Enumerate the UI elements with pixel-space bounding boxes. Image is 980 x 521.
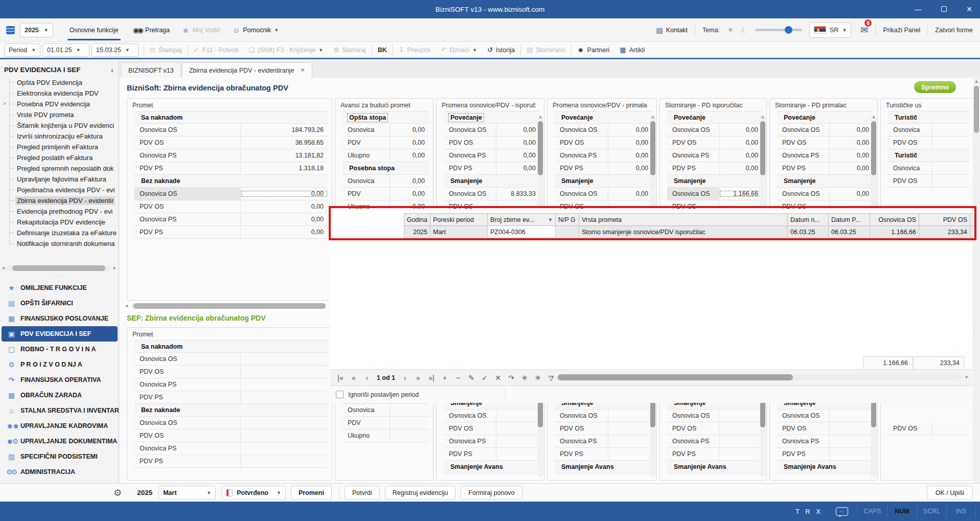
grid-cell[interactable]: 06.03.25 (829, 226, 870, 238)
navigator-delete-button[interactable]: − (452, 374, 464, 382)
grid-column-header[interactable]: Poreski period (430, 213, 488, 226)
close-tab-icon[interactable]: ✕ (300, 67, 305, 74)
potvrdi-button[interactable]: Potvrdi (345, 486, 380, 500)
navigator-last-button[interactable]: »| (426, 374, 437, 382)
sidebar-module-upravljanje-dokumentima[interactable]: ☻⚙UPRAVLJANJE DOKUMENTIMA (0, 434, 119, 449)
panel-vertical-scrollbar[interactable]: ▲ (650, 115, 656, 208)
contact-button[interactable]: ▤Kontakt (656, 26, 688, 34)
sidebar-tree-item[interactable]: Šifarnik knjiženja u PDV evidenci (2, 120, 119, 131)
scroll-up-icon[interactable]: ▲ (650, 115, 656, 119)
sidebar-tree-item[interactable]: Zbirna evidencija PDV - evidentir (2, 195, 119, 206)
toolbar-button-storniraj[interactable]: ⊠Storniraj (329, 43, 370, 57)
panel-row-value[interactable]: 0,00 (719, 152, 762, 159)
navigator-prior-page-button[interactable]: « (348, 374, 359, 382)
toolbar-button--shift-f3-knji-enje[interactable]: ❏(Shift) F3 - Knjiženje▼ (244, 43, 328, 57)
status-select[interactable]: Potvrđeno▼ (222, 486, 286, 500)
sidebar-tree-item[interactable]: Opšta PDV Evidencija (2, 77, 119, 88)
scrollbar-thumb[interactable] (558, 374, 793, 380)
panel-row-value[interactable]: 36.958,65 (241, 139, 328, 146)
navigator-edit-button[interactable]: ✎ (466, 374, 477, 382)
scrollbar-thumb[interactable] (871, 121, 876, 175)
sidebar-tree-item[interactable]: Vrste PDV prometa (2, 109, 119, 120)
scroll-right-icon[interactable]: ▸ (966, 374, 968, 379)
sidebar-tree-item[interactable]: Notifikacije storniranih dokumena (2, 238, 119, 249)
panel-row-value[interactable]: 0,00 (496, 152, 540, 159)
sidebar-module-finansijska-operativa[interactable]: ↷FINANSIJSKA OPERATIVA (0, 372, 119, 388)
slider-knob[interactable] (785, 26, 792, 34)
grid-cell[interactable]: 1.166,66 (870, 226, 919, 238)
navigator-post-button[interactable]: ✓ (479, 374, 490, 382)
ignore-period-checkbox[interactable] (336, 391, 344, 398)
grid-column-header[interactable]: Vrsta prometa (579, 213, 788, 226)
scroll-up-icon[interactable]: ▲ (871, 115, 877, 119)
sidebar-tree-item[interactable]: Pregled spremnih neposlatih dok (2, 163, 119, 174)
period-select[interactable]: Period▼ (4, 43, 40, 57)
panel-row-value[interactable]: 0,00 (241, 190, 328, 197)
sidebar-tree-item[interactable]: Izvrši sinhronizaciju eFaktura (2, 131, 119, 142)
toolbar-button-stornirano[interactable]: ▤Stornirano (522, 43, 570, 57)
panel-row-value[interactable]: 0,00 (496, 165, 540, 172)
grid-column-header[interactable]: Datum P... (829, 213, 870, 226)
scrollbar-thumb[interactable] (538, 121, 543, 175)
grid-cell[interactable]: 06.03.25 (788, 226, 829, 238)
sidebar-tree-item[interactable]: Pojedinačna evidencija PDV - evi (2, 185, 119, 195)
panel-row-value[interactable]: 0,00 (719, 139, 762, 146)
grid-cell[interactable]: 233,34 (919, 226, 970, 238)
light-theme-icon[interactable]: ☀ (727, 26, 734, 35)
show-panel-button[interactable]: Prikaži Panel (883, 27, 920, 34)
theme-slider[interactable] (755, 29, 802, 31)
sidebar-module-upravljanje-kadrovima[interactable]: ☻☻UPRAVLJANJE KADROVIMA (0, 418, 119, 434)
panel-row-value[interactable]: 0,00 (241, 203, 328, 210)
scrollbar-thumb[interactable] (650, 121, 655, 175)
navigator-next-page-button[interactable]: » (413, 374, 424, 382)
sidebar-module-robno-t-r-g-o-v-i-n-a[interactable]: ▢ROBNO - T R G O V I N A (0, 342, 119, 357)
panel-row-value[interactable]: 8.833,33 (496, 190, 540, 197)
toolbar-button-preuzmi[interactable]: ↧Preuzmi (394, 43, 436, 57)
panel-row-value[interactable]: 0,00 (830, 126, 873, 133)
panel-row-value[interactable]: 0,00 (496, 126, 540, 133)
scroll-left-icon[interactable]: ◂ (125, 303, 128, 308)
filter-icon[interactable]: ▼ (548, 217, 553, 222)
navigator-goto-bookmark-button[interactable]: ✳ (532, 374, 543, 382)
feedback-chat-icon[interactable]: ·· (836, 507, 848, 516)
navigator-cancel-button[interactable]: ✕ (492, 374, 504, 382)
sidebar-module-pdv-evidencija-i-sef[interactable]: ▣PDV EVIDENCIJA I SEF (2, 326, 118, 342)
scrollbar-thumb[interactable] (133, 303, 326, 309)
language-select[interactable]: SR ▼ (809, 22, 851, 38)
panel-row-value[interactable]: 0,00 (608, 165, 652, 172)
main-vertical-scrollbar[interactable]: ▲ (973, 78, 980, 483)
close-button[interactable]: ✕ (964, 5, 975, 13)
panel-row-value[interactable]: 0,00 (241, 229, 328, 236)
sidebar-tree-item[interactable]: Upravljanje fajlovima eFaktura (2, 174, 119, 185)
panel-row-value[interactable]: 1.166,66 (719, 190, 762, 197)
grid-column-header[interactable]: N/P G (556, 213, 579, 226)
scroll-up-icon[interactable]: ▲ (537, 115, 543, 119)
tab-zbirna-evidencija[interactable]: Zbirna evidencija PDV - evidentiranje✕ (182, 62, 312, 78)
panel-row-value[interactable]: 0,00 (830, 165, 873, 172)
promeni-button[interactable]: Promeni (291, 486, 332, 500)
grid-cell[interactable] (556, 226, 579, 238)
panel-row-value[interactable]: 0,00 (830, 152, 873, 159)
panel-row-value[interactable]: 0,00 (608, 139, 652, 146)
sidebar-module-specifični-podsistemi[interactable]: ▥SPECIFIČNI PODSISTEMI (0, 449, 119, 464)
sidebar-tree-item[interactable]: Pregled poslatih eFaktura (2, 152, 119, 163)
expand-icon[interactable]: › (4, 100, 6, 107)
navigator-next-button[interactable]: › (399, 374, 411, 382)
grid-cell[interactable]: Storno smanjenje osnovice/PDV isporučila… (579, 226, 788, 238)
navigator-insert-button[interactable]: + (439, 374, 450, 382)
grid-column-header[interactable]: Osnovica OS (870, 213, 919, 226)
scrollbar-thumb[interactable] (12, 265, 105, 271)
sidebar-horizontal-scrollbar[interactable]: ◂ ▸ (1, 265, 117, 271)
panels-horizontal-scrollbar[interactable]: ◂ (125, 303, 332, 309)
panel-row-value[interactable]: 0,00 (608, 152, 652, 159)
sidebar-tree-item[interactable]: Elektronska evidencija PDV (2, 88, 119, 99)
grid-cell[interactable]: PZ004-0306 (488, 226, 556, 238)
toolbar-button-istorija[interactable]: ↺Istorija (483, 43, 519, 57)
panel-row-value[interactable]: 13.181,82 (241, 152, 328, 159)
scroll-up-icon[interactable]: ▲ (973, 79, 980, 84)
panel-row-value[interactable]: 0,00 (496, 139, 540, 146)
panel-row-value[interactable]: 0,00 (608, 126, 652, 133)
tab-osnovne-funkcije[interactable]: Osnovne funkcije (67, 18, 121, 42)
panel-row-value[interactable]: 0,00 (608, 190, 652, 197)
panel-row-value[interactable]: 0,00 (830, 139, 873, 146)
